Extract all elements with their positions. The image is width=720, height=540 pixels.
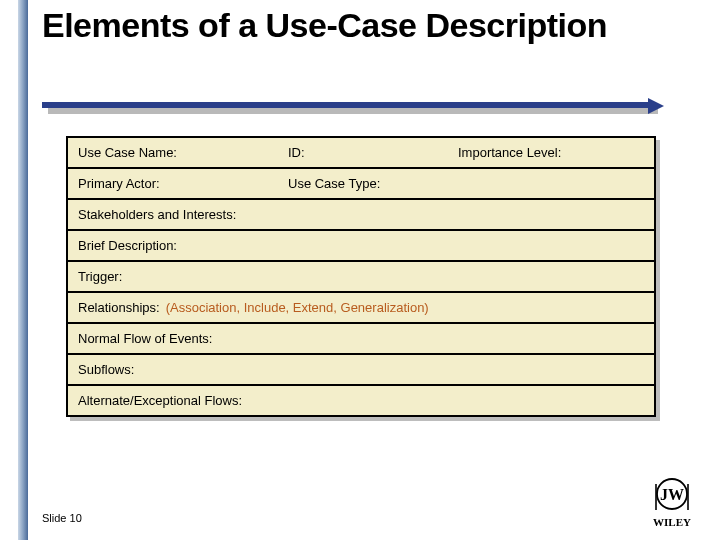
field-relationships-note: (Association, Include, Extend, Generaliz… [166,300,429,315]
field-alternate-flows: Alternate/Exceptional Flows: [78,393,242,408]
table-row: Subflows: [68,355,654,386]
wiley-logo-icon: JW WILEY [642,476,702,530]
title-underline [42,102,662,122]
svg-text:JW: JW [660,486,684,503]
publisher-name: WILEY [653,516,691,528]
table-row: Relationships: (Association, Include, Ex… [68,293,654,324]
field-usecase-type: Use Case Type: [288,176,644,191]
table-row: Trigger: [68,262,654,293]
left-accent-stripe [18,0,28,540]
slide-title: Elements of a Use-Case Description [42,6,692,45]
field-subflows: Subflows: [78,362,134,377]
title-underline-bar [42,102,652,108]
table-row: Use Case Name: ID: Importance Level: [68,138,654,169]
table-row: Primary Actor: Use Case Type: [68,169,654,200]
field-relationships: Relationships: [78,300,160,315]
slide-number: Slide 10 [42,512,82,524]
field-primary-actor: Primary Actor: [78,176,288,191]
field-id: ID: [288,145,458,160]
arrowhead-icon [648,98,664,114]
table-row: Stakeholders and Interests: [68,200,654,231]
title-underline-shadow [48,108,658,114]
table-row: Alternate/Exceptional Flows: [68,386,654,415]
field-importance: Importance Level: [458,145,644,160]
table-row: Brief Description: [68,231,654,262]
field-usecase-name: Use Case Name: [78,145,288,160]
table-row: Normal Flow of Events: [68,324,654,355]
field-stakeholders: Stakeholders and Interests: [78,207,236,222]
slide-title-area: Elements of a Use-Case Description [42,6,692,45]
field-brief-description: Brief Description: [78,238,177,253]
field-normal-flow: Normal Flow of Events: [78,331,212,346]
publisher-logo: JW WILEY [642,476,702,530]
field-trigger: Trigger: [78,269,122,284]
usecase-template-table: Use Case Name: ID: Importance Level: Pri… [66,136,656,417]
